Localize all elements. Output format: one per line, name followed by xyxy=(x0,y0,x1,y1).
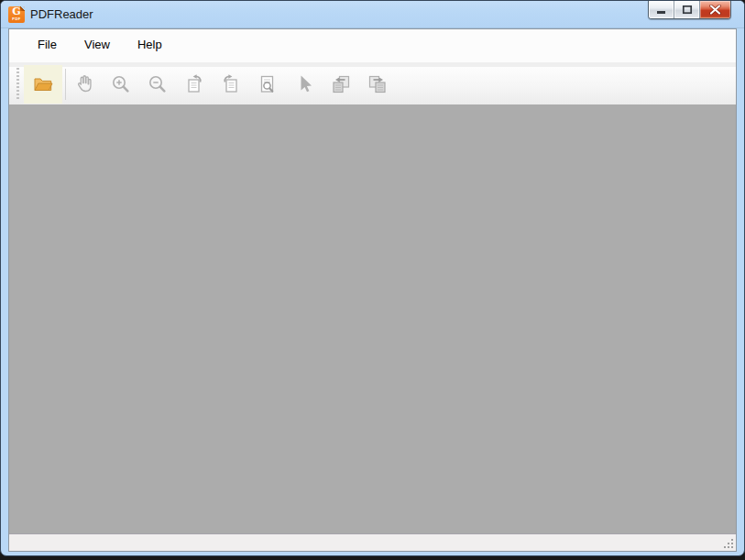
minimize-button[interactable] xyxy=(649,1,674,18)
rotate-page-right-icon xyxy=(220,73,242,95)
resize-grip[interactable] xyxy=(724,539,734,549)
maximize-icon xyxy=(682,5,693,15)
minimize-icon xyxy=(656,5,666,16)
toolbar-separator xyxy=(65,69,66,100)
pan-tool-button[interactable] xyxy=(67,65,102,104)
maximize-button[interactable] xyxy=(674,1,700,18)
window-frame: File View Help xyxy=(1,28,744,555)
app-icon-pdf-label: PDF xyxy=(12,16,21,21)
zoom-out-icon xyxy=(147,73,169,95)
menu-bar: File View Help xyxy=(9,29,736,62)
app-icon-fold-corner xyxy=(20,6,25,11)
status-bar xyxy=(9,533,736,551)
page-previous-icon xyxy=(330,73,352,95)
open-folder-icon xyxy=(32,73,54,95)
page-next-icon xyxy=(367,73,389,95)
app-icon[interactable]: G PDF xyxy=(8,6,25,23)
find-in-document-button[interactable] xyxy=(250,65,285,104)
zoom-in-icon xyxy=(110,73,132,95)
menu-help[interactable]: Help xyxy=(129,34,170,55)
close-button[interactable] xyxy=(700,1,730,18)
close-icon xyxy=(709,5,721,15)
next-page-button[interactable] xyxy=(360,65,395,104)
open-file-button[interactable] xyxy=(24,65,62,104)
zoom-in-button[interactable] xyxy=(104,65,138,104)
document-viewport xyxy=(9,104,736,533)
client-area: File View Help xyxy=(8,28,737,552)
rotate-page-left-icon xyxy=(183,73,205,95)
toolbar xyxy=(9,62,736,104)
previous-page-button[interactable] xyxy=(323,65,358,104)
search-document-icon xyxy=(257,73,279,95)
menu-view[interactable]: View xyxy=(76,34,118,55)
pdfreader-window: G PDF PDFReader xyxy=(0,0,745,556)
cursor-arrow-icon xyxy=(293,73,315,95)
rotate-page-right-button[interactable] xyxy=(214,65,248,104)
select-tool-button[interactable] xyxy=(287,65,322,104)
toolbar-grip-handle[interactable] xyxy=(16,68,19,101)
window-controls xyxy=(648,1,731,19)
menu-file[interactable]: File xyxy=(29,34,65,55)
zoom-out-button[interactable] xyxy=(140,65,175,104)
window-title: PDFReader xyxy=(30,7,93,21)
hand-icon xyxy=(73,73,95,95)
rotate-page-left-button[interactable] xyxy=(177,65,212,104)
title-bar[interactable]: G PDF PDFReader xyxy=(1,1,744,28)
